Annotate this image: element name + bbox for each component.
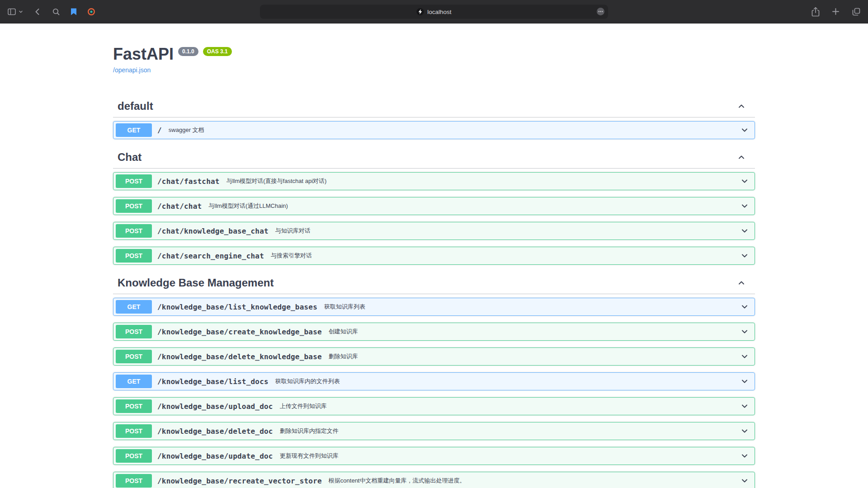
pinned-tab-blue[interactable]	[70, 8, 77, 16]
plus-icon	[831, 7, 840, 16]
method-badge: POST	[116, 249, 152, 263]
operation-description: 上传文件到知识库	[280, 402, 327, 410]
operation-path: /	[157, 126, 162, 135]
api-info: FastAPI 0.1.0 OAS 3.1 /openapi.json	[113, 44, 755, 74]
method-badge: POST	[116, 424, 152, 438]
operation-path: /knowledge_base/upload_doc	[157, 402, 273, 411]
operation-description: 删除知识库	[329, 352, 358, 361]
operation-description: 更新现有文件到知识库	[280, 452, 339, 460]
method-badge: POST	[116, 350, 152, 363]
operation-row[interactable]: POST /knowledge_base/create_knowledge_ba…	[113, 323, 755, 341]
expand-chevron-down-icon[interactable]	[740, 126, 749, 135]
operation-path: /knowledge_base/delete_knowledge_base	[157, 352, 322, 361]
tab-overview-button[interactable]	[852, 7, 861, 16]
api-title: FastAPI 0.1.0 OAS 3.1	[113, 44, 755, 64]
expand-chevron-down-icon[interactable]	[740, 451, 749, 460]
expand-chevron-down-icon[interactable]	[740, 427, 749, 436]
expand-chevron-down-icon[interactable]	[740, 177, 749, 186]
method-badge: POST	[116, 224, 152, 238]
tag-header[interactable]: Knowledge Base Management	[113, 272, 755, 294]
method-badge: POST	[116, 399, 152, 413]
address-bar[interactable]: localhost	[260, 5, 608, 19]
operation-path: /knowledge_base/recreate_vector_store	[157, 477, 322, 485]
back-chevron-icon	[33, 7, 42, 16]
method-badge: GET	[116, 375, 152, 388]
pinned-tab-blue-icon	[70, 8, 77, 16]
expand-chevron-down-icon[interactable]	[740, 226, 749, 235]
operation-row[interactable]: POST /knowledge_base/delete_doc 删除知识库内指定…	[113, 422, 755, 440]
operation-description: 获取知识库内的文件列表	[275, 377, 340, 385]
operation-row[interactable]: POST /knowledge_base/upload_doc 上传文件到知识库	[113, 397, 755, 415]
url-text: localhost	[427, 8, 451, 15]
operation-row[interactable]: POST /chat/fastchat 与llm模型对话(直接与fastchat…	[113, 172, 755, 190]
operation-description: 与知识库对话	[275, 227, 311, 235]
operation-row[interactable]: GET / swagger 文档	[113, 121, 755, 139]
tag-section: Knowledge Base Management GET /knowledge…	[113, 272, 755, 488]
expand-chevron-down-icon[interactable]	[740, 352, 749, 361]
tag-header[interactable]: Chat	[113, 146, 755, 169]
operation-path: /knowledge_base/list_knowledge_bases	[157, 303, 317, 311]
operation-description: 与llm模型对话(通过LLMChain)	[208, 202, 288, 210]
share-icon	[811, 7, 820, 17]
expand-chevron-down-icon[interactable]	[740, 377, 749, 386]
sidebar-toggle-button[interactable]	[7, 7, 16, 16]
expand-chevron-down-icon[interactable]	[740, 202, 749, 211]
method-badge: POST	[116, 474, 152, 488]
tag-header[interactable]: default	[113, 95, 755, 117]
share-button[interactable]	[811, 7, 820, 17]
expand-chevron-down-icon[interactable]	[740, 302, 749, 311]
collapse-chevron-up-icon[interactable]	[737, 278, 746, 287]
search-button[interactable]	[52, 8, 60, 16]
operation-description: 与llm模型对话(直接与fastchat api对话)	[226, 177, 327, 185]
fastapi-favicon-icon	[416, 8, 424, 15]
operation-row[interactable]: POST /chat/knowledge_base_chat 与知识库对话	[113, 222, 755, 240]
operation-path: /chat/search_engine_chat	[157, 252, 264, 260]
operation-path: /chat/knowledge_base_chat	[157, 227, 269, 235]
operation-path: /knowledge_base/create_knowledge_base	[157, 328, 322, 336]
operation-row[interactable]: POST /chat/chat 与llm模型对话(通过LLMChain)	[113, 197, 755, 215]
tag-name: default	[118, 99, 153, 113]
operation-row[interactable]: POST /knowledge_base/delete_knowledge_ba…	[113, 347, 755, 366]
operation-path: /knowledge_base/list_docs	[157, 377, 269, 386]
collapse-chevron-up-icon[interactable]	[737, 102, 746, 111]
pinned-tab-orange[interactable]	[87, 8, 95, 16]
tag-name: Knowledge Base Management	[118, 276, 274, 289]
oas-badge: OAS 3.1	[203, 47, 232, 56]
page-menu-button[interactable]	[596, 7, 605, 16]
method-badge: GET	[116, 123, 152, 137]
page-menu-ellipsis-icon	[596, 7, 605, 16]
method-badge: POST	[116, 199, 152, 213]
sidebar-menu-button[interactable]	[19, 9, 23, 14]
tag-section: default GET / swagger 文档	[113, 95, 755, 139]
method-badge: POST	[116, 325, 152, 338]
expand-chevron-down-icon[interactable]	[740, 476, 749, 485]
operation-row[interactable]: POST /knowledge_base/recreate_vector_sto…	[113, 472, 755, 488]
api-sections: default GET / swagger 文档 Chat POST /chat…	[113, 95, 755, 488]
chevron-down-icon	[19, 9, 23, 14]
operation-row[interactable]: GET /knowledge_base/list_docs 获取知识库内的文件列…	[113, 372, 755, 390]
method-badge: POST	[116, 449, 152, 463]
version-badge: 0.1.0	[178, 47, 198, 56]
api-title-text: FastAPI	[113, 44, 174, 64]
pinned-tab-orange-icon	[87, 8, 95, 16]
tag-section: Chat POST /chat/fastchat 与llm模型对话(直接与fas…	[113, 146, 755, 265]
expand-chevron-down-icon[interactable]	[740, 327, 749, 336]
back-button[interactable]	[33, 7, 42, 16]
operation-description: 删除知识库内指定文件	[280, 427, 339, 435]
openapi-json-link[interactable]: /openapi.json	[113, 66, 151, 74]
tag-name: Chat	[118, 150, 142, 164]
operation-description: swagger 文档	[169, 126, 204, 134]
new-tab-button[interactable]	[831, 7, 840, 16]
operation-path: /chat/fastchat	[157, 177, 220, 186]
tab-overview-icon	[852, 7, 861, 16]
operation-row[interactable]: POST /knowledge_base/update_doc 更新现有文件到知…	[113, 447, 755, 465]
browser-toolbar: localhost	[0, 0, 868, 23]
operation-list: GET / swagger 文档	[113, 121, 755, 139]
operation-row[interactable]: GET /knowledge_base/list_knowledge_bases…	[113, 298, 755, 316]
operation-description: 创建知识库	[329, 328, 358, 336]
expand-chevron-down-icon[interactable]	[740, 251, 749, 260]
operation-row[interactable]: POST /chat/search_engine_chat 与搜索引擎对话	[113, 247, 755, 265]
collapse-chevron-up-icon[interactable]	[737, 153, 746, 162]
search-icon	[52, 8, 60, 16]
expand-chevron-down-icon[interactable]	[740, 402, 749, 411]
